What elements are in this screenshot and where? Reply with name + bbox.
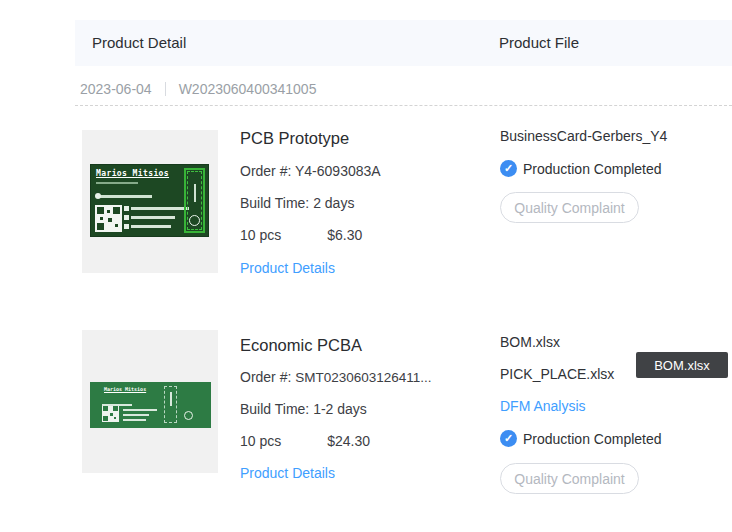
product-file-name-pick-place[interactable]: PICK_PLACE.xlsx — [500, 366, 614, 382]
product-file-name-bom[interactable]: BOM.xlsx — [500, 334, 560, 350]
row-divider — [75, 105, 732, 106]
product-title: PCB Prototype — [240, 129, 349, 148]
check-circle-icon: ✓ — [500, 430, 517, 447]
card-owner-name: Marios Mitsios — [104, 386, 146, 392]
card-text-bar — [131, 225, 171, 228]
product-quantity: 10 pcs — [240, 227, 281, 243]
order-label: Order #: — [240, 369, 295, 385]
product-title: Economic PCBA — [240, 336, 362, 355]
dfm-analysis-link[interactable]: DFM Analysis — [500, 398, 586, 414]
card-subtitle-bar — [96, 182, 138, 184]
card-text-bar — [131, 216, 175, 219]
column-header-product-detail: Product Detail — [92, 34, 186, 51]
card-vertical-text-bar — [170, 392, 172, 406]
card-owner-name: Marios Mitsios — [96, 169, 169, 178]
product-thumbnail-economic-pcba[interactable]: Marios Mitsios — [82, 330, 218, 473]
quality-complaint-button[interactable]: Quality Complaint — [500, 463, 639, 494]
card-email-bar — [96, 195, 152, 198]
product-order-number: Order #: Y4-6093083A — [240, 163, 381, 179]
qr-code-icon — [95, 205, 122, 232]
quality-complaint-button[interactable]: Quality Complaint — [500, 192, 639, 223]
product-price: $6.30 — [327, 227, 362, 243]
order-value: Y4-6093083A — [295, 163, 381, 179]
order-page: Product Detail Product File 2023-06-04 W… — [0, 0, 732, 532]
check-circle-icon: ✓ — [500, 160, 517, 177]
product-order-number: Order #: SMT0230603126411... — [240, 369, 432, 385]
card-side-panel — [184, 168, 205, 233]
card-text-bar — [123, 414, 149, 416]
status-label: Production Completed — [523, 431, 662, 447]
status-label: Production Completed — [523, 161, 662, 177]
table-header-bar: Product Detail Product File — [75, 20, 732, 66]
order-value: SMT0230603126411... — [295, 370, 431, 385]
production-status: ✓ Production Completed — [500, 430, 662, 447]
card-text-bar — [131, 207, 189, 210]
product-build-time: Build Time: 1-2 days — [240, 401, 367, 417]
pcba-board-preview: Marios Mitsios — [90, 382, 211, 428]
file-tooltip: BOM.xlsx — [636, 352, 728, 378]
column-header-product-file: Product File — [499, 34, 579, 51]
product-file-name[interactable]: BusinessCard-Gerbers_Y4 — [500, 128, 667, 144]
card-text-bar — [123, 409, 157, 411]
product-details-link[interactable]: Product Details — [240, 260, 335, 276]
product-build-time: Build Time: 2 days — [240, 195, 354, 211]
production-status: ✓ Production Completed — [500, 160, 662, 177]
product-qty-price: 10 pcs$24.30 — [240, 433, 370, 449]
product-qty-price: 10 pcs$6.30 — [240, 227, 362, 243]
product-price: $24.30 — [327, 433, 370, 449]
order-meta-row: 2023-06-04 W2023060400341005 — [80, 79, 316, 99]
product-thumbnail-pcb-prototype[interactable]: Marios Mitsios — [82, 130, 218, 273]
product-details-link[interactable]: Product Details — [240, 465, 335, 481]
meta-divider — [165, 82, 166, 96]
product-quantity: 10 pcs — [240, 433, 281, 449]
qr-code-icon — [102, 405, 119, 422]
card-text-bar — [123, 419, 146, 421]
card-vertical-text-bar — [194, 184, 196, 202]
card-stamp-icon — [189, 215, 200, 226]
card-stamp-icon — [184, 411, 193, 420]
pcb-business-card-preview: Marios Mitsios — [90, 164, 209, 237]
card-text-bar — [102, 404, 132, 406]
order-date: 2023-06-04 — [80, 81, 152, 97]
order-label: Order #: — [240, 163, 295, 179]
order-number: W2023060400341005 — [179, 81, 317, 97]
